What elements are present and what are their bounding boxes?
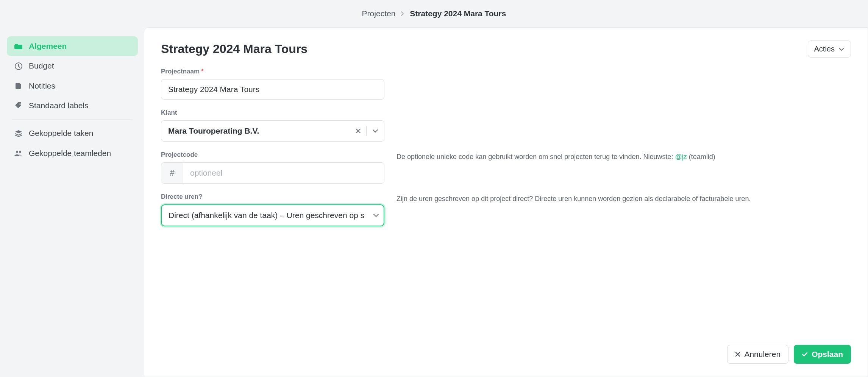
sidebar-item-label: Gekoppelde teamleden xyxy=(29,148,111,159)
footer-actions: Annuleren Opslaan xyxy=(161,330,851,364)
save-button-label: Opslaan xyxy=(812,350,843,359)
sidebar-item-label: Algemeen xyxy=(29,41,67,51)
tag-icon xyxy=(14,101,23,110)
directe-uren-label: Directe uren? xyxy=(161,193,384,201)
klant-dropdown-toggle[interactable] xyxy=(367,121,384,141)
chevron-down-icon xyxy=(372,129,378,133)
klant-select[interactable]: Mara Touroperating B.V. xyxy=(161,120,384,142)
sidebar-item-label: Notities xyxy=(29,81,55,91)
folder-icon xyxy=(14,43,23,50)
sidebar-item-label: Gekoppelde taken xyxy=(29,128,93,139)
chevron-down-icon xyxy=(838,47,845,51)
projectcode-help: De optionele unieke code kan gebruikt wo… xyxy=(397,151,851,162)
actions-menu-label: Acties xyxy=(814,45,835,53)
actions-menu-button[interactable]: Acties xyxy=(808,41,851,58)
close-icon xyxy=(356,128,361,134)
sidebar: Algemeen Budget Notities Standaard label… xyxy=(0,27,144,377)
note-icon xyxy=(14,82,23,90)
sidebar-divider xyxy=(12,119,133,120)
projectcode-input[interactable] xyxy=(183,163,384,183)
close-icon xyxy=(735,352,740,357)
sidebar-item-label: Standaard labels xyxy=(29,100,89,111)
required-star: * xyxy=(201,68,204,75)
projectnaam-label: Projectnaam* xyxy=(161,67,384,76)
klant-select-value: Mara Touroperating B.V. xyxy=(161,126,350,136)
check-icon xyxy=(802,352,808,357)
directe-uren-select[interactable]: Direct (afhankelijk van de taak) – Uren … xyxy=(161,204,384,226)
sidebar-item-gekoppelde-taken[interactable]: Gekoppelde taken xyxy=(7,123,138,143)
projectcode-input-group: # xyxy=(161,162,384,184)
svg-point-2 xyxy=(19,103,21,105)
stack-icon xyxy=(14,129,23,138)
people-icon xyxy=(14,150,23,157)
sidebar-item-standaard-labels[interactable]: Standaard labels xyxy=(7,96,138,115)
label-text: Projectnaam xyxy=(161,68,200,75)
chevron-right-icon xyxy=(401,11,404,16)
directe-uren-select-value: Direct (afhankelijk van de taak) – Uren … xyxy=(169,210,369,221)
sidebar-item-algemeen[interactable]: Algemeen xyxy=(7,36,138,56)
klant-label: Klant xyxy=(161,109,384,117)
cancel-button[interactable]: Annuleren xyxy=(727,345,788,364)
help-text: De optionele unieke code kan gebruikt wo… xyxy=(397,153,675,160)
sidebar-item-budget[interactable]: Budget xyxy=(7,56,138,76)
klant-clear-button[interactable] xyxy=(350,121,366,141)
svg-point-4 xyxy=(19,151,21,153)
projectnaam-input[interactable] xyxy=(161,79,384,100)
breadcrumb-current: Strategy 2024 Mara Tours xyxy=(410,8,506,19)
breadcrumb: Projecten Strategy 2024 Mara Tours xyxy=(0,0,868,27)
clock-icon xyxy=(14,62,23,70)
breadcrumb-parent[interactable]: Projecten xyxy=(362,8,396,19)
directe-uren-help: Zijn de uren geschreven op dit project d… xyxy=(397,193,851,204)
hash-prefix: # xyxy=(161,163,183,183)
main-panel: Strategy 2024 Mara Tours Acties Projectn… xyxy=(144,27,868,377)
sidebar-item-label: Budget xyxy=(29,61,54,71)
sidebar-item-gekoppelde-teamleden[interactable]: Gekoppelde teamleden xyxy=(7,143,138,163)
help-text-after: (teamlid) xyxy=(687,153,715,160)
page-title: Strategy 2024 Mara Tours xyxy=(161,41,308,57)
sidebar-item-notities[interactable]: Notities xyxy=(7,76,138,96)
directe-uren-dropdown-toggle[interactable] xyxy=(373,213,379,217)
chevron-down-icon xyxy=(373,213,379,217)
help-link[interactable]: @jz xyxy=(675,153,687,160)
projectcode-label: Projectcode xyxy=(161,151,384,159)
cancel-button-label: Annuleren xyxy=(744,350,781,359)
svg-point-3 xyxy=(16,151,18,153)
svg-rect-0 xyxy=(14,45,22,49)
save-button[interactable]: Opslaan xyxy=(794,345,851,364)
